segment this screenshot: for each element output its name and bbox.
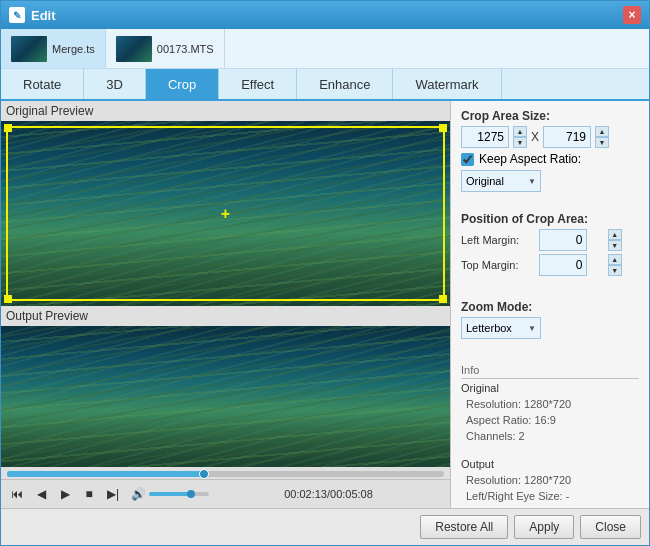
volume-thumb[interactable] [187, 490, 195, 498]
crop-height-down[interactable]: ▼ [595, 137, 609, 148]
crop-size-title: Crop Area Size: [461, 109, 639, 123]
aspect-dropdown-value: Original [466, 175, 504, 187]
restore-all-button[interactable]: Restore All [420, 515, 508, 539]
close-dialog-button[interactable]: Close [580, 515, 641, 539]
info-original-resolution: Resolution: 1280*720 [461, 396, 639, 412]
edit-window: ✎ Edit × Merge.ts 00173.MTS Rotate 3D Cr… [0, 0, 650, 546]
close-button[interactable]: × [623, 6, 641, 24]
file-tab-merge-label: Merge.ts [52, 43, 95, 55]
top-margin-down[interactable]: ▼ [608, 265, 622, 276]
zoom-dropdown-value: Letterbox [466, 322, 512, 334]
aspect-dropdown[interactable]: Original ▼ [461, 170, 541, 192]
zoom-dropdown[interactable]: Letterbox ▼ [461, 317, 541, 339]
top-margin-input[interactable] [539, 254, 587, 276]
left-margin-down[interactable]: ▼ [608, 240, 622, 251]
info-output-eye-size: Left/Right Eye Size: - [461, 488, 639, 504]
tab-effect[interactable]: Effect [219, 69, 297, 99]
left-margin-spinner: ▲ ▼ [608, 229, 639, 251]
original-video [1, 121, 450, 306]
volume-area: 🔊 [131, 487, 209, 501]
keep-aspect-row: Keep Aspect Ratio: [461, 152, 639, 166]
file-tabs: Merge.ts 00173.MTS [1, 29, 649, 69]
info-section: Info Original Resolution: 1280*720 Aspec… [461, 364, 639, 508]
controls-bar: ⏮ ◀ ▶ ■ ▶| 🔊 00:02:13/00:05:08 [1, 479, 450, 508]
crop-size-section: Crop Area Size: ▲ ▼ X ▲ ▼ Ke [461, 109, 639, 192]
right-panel: Crop Area Size: ▲ ▼ X ▲ ▼ Ke [451, 101, 649, 508]
tab-enhance[interactable]: Enhance [297, 69, 393, 99]
info-output-title: Output [461, 458, 639, 470]
original-preview-area: + [1, 121, 450, 306]
time-display: 00:02:13/00:05:08 [213, 488, 444, 500]
top-margin-label: Top Margin: [461, 259, 536, 271]
keep-aspect-checkbox[interactable] [461, 153, 474, 166]
crop-width-input[interactable] [461, 126, 509, 148]
play-button[interactable]: ▶ [55, 484, 75, 504]
crop-height-input[interactable] [543, 126, 591, 148]
left-margin-up[interactable]: ▲ [608, 229, 622, 240]
position-title: Position of Crop Area: [461, 212, 639, 226]
keep-aspect-label: Keep Aspect Ratio: [479, 152, 581, 166]
window-title: Edit [31, 8, 623, 23]
top-margin-spinner: ▲ ▼ [608, 254, 639, 276]
video-reeds-overlay [1, 121, 450, 306]
zoom-dropdown-arrow: ▼ [528, 324, 536, 333]
crop-width-down[interactable]: ▼ [513, 137, 527, 148]
top-margin-up[interactable]: ▲ [608, 254, 622, 265]
bottom-bar: Restore All Apply Close [1, 508, 649, 545]
info-original-channels: Channels: 2 [461, 428, 639, 444]
left-margin-label: Left Margin: [461, 234, 536, 246]
seek-bar[interactable] [7, 471, 444, 477]
x-separator: X [531, 130, 539, 144]
volume-slider[interactable] [149, 492, 209, 496]
position-section: Position of Crop Area: Left Margin: ▲ ▼ … [461, 212, 639, 280]
tab-rotate[interactable]: Rotate [1, 69, 84, 99]
volume-fill [149, 492, 191, 496]
tab-3d[interactable]: 3D [84, 69, 146, 99]
stop-button[interactable]: ■ [79, 484, 99, 504]
output-video [1, 326, 450, 467]
crop-width-spinner: ▲ ▼ [513, 126, 527, 148]
file-thumb-mts [116, 36, 152, 62]
file-tab-mts[interactable]: 00173.MTS [106, 29, 225, 68]
window-icon: ✎ [9, 7, 25, 23]
main-content: Original Preview + Output Preview [1, 101, 649, 508]
info-title: Info [461, 364, 639, 379]
file-thumb-merge [11, 36, 47, 62]
crop-height-up[interactable]: ▲ [595, 126, 609, 137]
crop-size-row: ▲ ▼ X ▲ ▼ [461, 126, 639, 148]
left-panel: Original Preview + Output Preview [1, 101, 451, 508]
volume-icon[interactable]: 🔊 [131, 487, 146, 501]
tab-watermark[interactable]: Watermark [393, 69, 501, 99]
seek-bar-thumb[interactable] [199, 469, 209, 479]
output-video-reeds [1, 326, 450, 467]
crop-width-up[interactable]: ▲ [513, 126, 527, 137]
file-tab-mts-label: 00173.MTS [157, 43, 214, 55]
output-preview-area [1, 326, 450, 467]
title-bar: ✎ Edit × [1, 1, 649, 29]
prev-frame-button[interactable]: ◀ [31, 484, 51, 504]
apply-button[interactable]: Apply [514, 515, 574, 539]
margin-grid: Left Margin: ▲ ▼ Top Margin: ▲ ▼ [461, 229, 639, 276]
zoom-title: Zoom Mode: [461, 300, 639, 314]
zoom-section: Zoom Mode: Letterbox ▼ [461, 300, 639, 339]
output-preview-label: Output Preview [1, 306, 450, 326]
left-margin-input[interactable] [539, 229, 587, 251]
tabs-bar: Rotate 3D Crop Effect Enhance Watermark [1, 69, 649, 101]
original-preview-label: Original Preview [1, 101, 450, 121]
info-original-aspect: Aspect Ratio: 16:9 [461, 412, 639, 428]
file-tab-merge[interactable]: Merge.ts [1, 29, 106, 68]
aspect-dropdown-arrow: ▼ [528, 177, 536, 186]
info-original-title: Original [461, 382, 639, 394]
tab-crop[interactable]: Crop [146, 69, 219, 99]
crop-height-spinner: ▲ ▼ [595, 126, 609, 148]
seek-bar-fill [7, 471, 204, 477]
info-output-resolution: Resolution: 1280*720 [461, 472, 639, 488]
skip-back-button[interactable]: ⏮ [7, 484, 27, 504]
seek-bar-container [1, 467, 450, 479]
next-frame-button[interactable]: ▶| [103, 484, 123, 504]
